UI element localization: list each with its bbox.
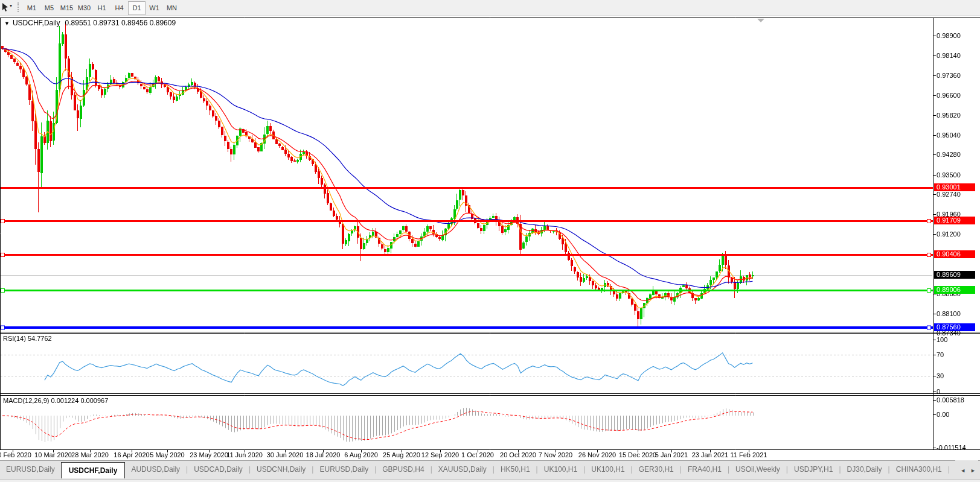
price-tick-label: 0.97360 [937, 72, 961, 79]
hline-price-tag[interactable]: 0.93001 [934, 183, 975, 191]
hline-price-tag[interactable]: 0.87560 [934, 323, 975, 331]
chart-tab-dj30-daily[interactable]: DJ30,Daily [841, 461, 888, 478]
date-tick-label: 30 Jun 2020 [267, 451, 304, 458]
price-tick-label: 0.91200 [937, 230, 961, 238]
chart-tab-uk100-h1[interactable]: UK100,H1 [585, 461, 630, 478]
date-tick-label: 28 Mar 2020 [71, 451, 109, 458]
date-tick-label: 16 Apr 2020 [114, 451, 149, 458]
date-tick-label: 7 Nov 2020 [539, 451, 572, 458]
chart-title: ▼USDCHF,Daily0.89551 0.89731 0.89456 0.8… [4, 19, 176, 27]
price-chart-canvas[interactable] [0, 0, 980, 482]
toolbar: ▾ M1M5M15M30H1H4D1W1MN [0, 0, 980, 16]
date-tick-label: 23 May 2020 [190, 451, 228, 458]
timeframe-button-m30[interactable]: M30 [75, 1, 93, 15]
chart-tab-fra40-h1[interactable]: FRA40,H1 [682, 461, 728, 478]
timeframe-button-h4[interactable]: H4 [110, 1, 128, 15]
chart-symbol-label: USDCHF,Daily [13, 19, 60, 27]
chart-tab-usoil-weekly[interactable]: USOil,Weekly [729, 461, 786, 478]
chart-tab-china300-h1[interactable]: CHINA300,H1 [890, 461, 948, 478]
timeframe-button-h1[interactable]: H1 [93, 1, 110, 15]
chart-tab-usdcad-daily[interactable]: USDCAD,Daily [188, 461, 249, 478]
price-tick-label: 0.96600 [937, 92, 961, 99]
price-tick-label: 0.98900 [937, 32, 961, 39]
hline-price-tag[interactable]: 0.90406 [934, 250, 975, 258]
status-strip [0, 479, 980, 482]
price-tick-label: 0.95820 [937, 112, 961, 119]
date-tick-label: 23 Jan 2021 [692, 451, 729, 458]
timeframe-button-w1[interactable]: W1 [146, 1, 163, 15]
timeframe-button-m15[interactable]: M15 [58, 1, 75, 15]
chart-tab-audusd-daily[interactable]: AUDUSD,Daily [125, 461, 186, 478]
macd-tick-label: -0.011514 [937, 444, 966, 451]
tab-scroll-right-icon[interactable]: ► [968, 461, 978, 480]
date-tick-label: 18 Jul 2020 [306, 451, 341, 458]
date-tick-label: 10 Mar 2020 [34, 451, 72, 458]
chart-tab-ger30-h1[interactable]: GER30,H1 [633, 461, 680, 478]
date-tick-label: 5 May 2020 [150, 451, 184, 458]
date-tick-label: 6 Aug 2020 [344, 451, 378, 458]
chart-tab-usdjpy-h1[interactable]: USDJPY,H1 [788, 461, 839, 478]
rsi-tick-label: 70 [937, 351, 944, 358]
date-tick-label: 20 Oct 2020 [500, 451, 536, 458]
chart-tab-uk100-h1[interactable]: UK100,H1 [538, 461, 583, 478]
macd-indicator-label: MACD(12,26,9) 0.001224 0.000967 [3, 397, 108, 404]
date-tick-label: 20 Feb 2020 [0, 451, 31, 458]
price-tick-label: 0.92740 [937, 191, 961, 198]
price-tick-label: 0.98140 [937, 52, 961, 59]
chart-ohlc-values: 0.89551 0.89731 0.89456 0.89609 [65, 19, 176, 27]
timeframe-button-m5[interactable]: M5 [40, 1, 58, 15]
toolbar-grip[interactable] [18, 2, 21, 12]
date-tick-label: 11 Jun 2020 [226, 451, 263, 458]
date-tick-label: 15 Dec 2020 [619, 451, 656, 458]
hline-price-tag[interactable]: 0.89006 [934, 286, 975, 294]
chart-tab-eurusd-daily[interactable]: EURUSD,Daily [313, 461, 374, 478]
current-price-tag: 0.89609 [934, 271, 975, 279]
date-tick-label: 25 Aug 2020 [383, 451, 420, 458]
rsi-tick-label: 30 [937, 372, 944, 379]
date-tick-label: 11 Feb 2021 [731, 451, 767, 458]
chart-tab-usdcnh-daily[interactable]: USDCNH,Daily [251, 461, 312, 478]
date-tick-label: 12 Sep 2020 [421, 451, 459, 458]
toolbar-dropdown-caret[interactable]: ▾ [10, 3, 12, 8]
timeframe-button-d1[interactable]: D1 [128, 1, 146, 15]
timeframe-button-mn[interactable]: MN [163, 1, 181, 15]
rsi-tick-label: 0 [937, 388, 940, 395]
timeframe-button-m1[interactable]: M1 [23, 1, 40, 15]
rsi-tick-label: 100 [937, 336, 947, 343]
rsi-indicator-label: RSI(14) 54.7762 [3, 335, 52, 342]
date-tick-label: 1 Oct 2020 [461, 451, 494, 458]
macd-tick-label: 0.00 [937, 411, 949, 418]
date-tick-label: 5 Jan 2021 [655, 451, 688, 458]
window-menu-caret[interactable]: ▼ [4, 21, 10, 27]
chart-tab-eurusd-daily[interactable]: EURUSD,Daily [0, 461, 61, 478]
timeframe-buttons: M1M5M15M30H1H4D1W1MN [23, 1, 181, 14]
chart-tab-gbpusd-h4[interactable]: GBPUSD,H4 [376, 461, 430, 478]
price-tick-label: 0.93500 [937, 171, 961, 179]
chart-tab-bar: EURUSD,DailyUSDCHF,DailyAUDUSD,Daily|USD… [0, 460, 980, 479]
price-tick-label: 0.94280 [937, 151, 961, 158]
hline-price-tag[interactable]: 0.91709 [934, 217, 975, 224]
price-tick-label: 0.88100 [937, 310, 961, 317]
macd-tick-label: 0.005818 [937, 396, 964, 404]
tab-scroll-arrows: ◄► [955, 460, 978, 478]
chart-tab-xauusd-daily[interactable]: XAUUSD,Daily [432, 461, 493, 478]
chart-tab-usdchf-daily[interactable]: USDCHF,Daily [61, 462, 126, 478]
mt4-window: ▾ M1M5M15M30H1H4D1W1MN ▼USDCHF,Daily0.89… [0, 0, 980, 482]
price-tick-label: 0.95040 [937, 132, 961, 139]
date-tick-label: 26 Nov 2020 [578, 451, 616, 458]
chart-tab-hk50-h1[interactable]: HK50,H1 [495, 461, 536, 478]
tab-scroll-left-icon[interactable]: ◄ [958, 461, 968, 480]
